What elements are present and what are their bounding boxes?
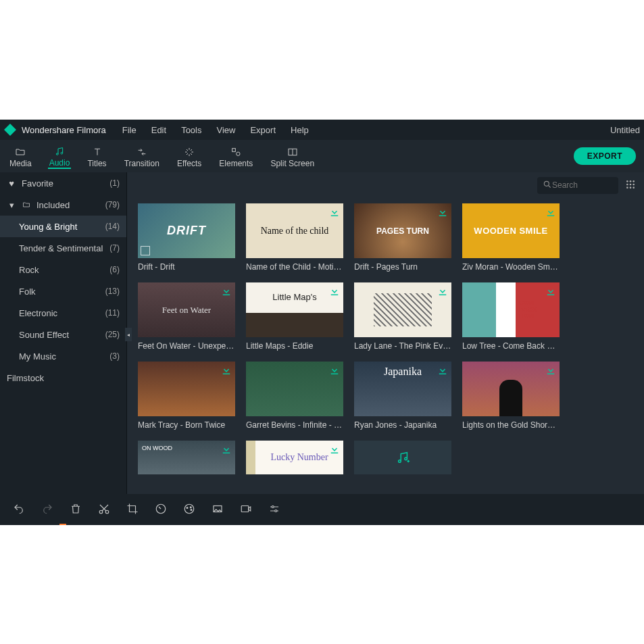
sidebar-cat-electronic[interactable]: Electronic (11) xyxy=(0,302,126,324)
track-card[interactable] xyxy=(138,441,235,474)
tab-split-screen[interactable]: Split Screen xyxy=(269,144,316,168)
add-music-icon xyxy=(354,441,451,474)
download-icon[interactable] xyxy=(545,206,557,218)
sidebar-filmstock[interactable]: Filmstock xyxy=(0,367,126,389)
sidebar-collapse-handle[interactable]: ◂ xyxy=(125,328,132,341)
crop-button[interactable] xyxy=(126,502,139,516)
track-thumbnail[interactable] xyxy=(246,203,343,258)
track-thumbnail[interactable] xyxy=(462,282,560,337)
track-card[interactable]: Little Maps - Eddie xyxy=(246,282,343,351)
download-icon[interactable] xyxy=(545,285,557,297)
tab-titles[interactable]: Titles xyxy=(86,144,107,168)
tab-transition[interactable]: Transition xyxy=(123,144,161,168)
green-screen-button[interactable] xyxy=(211,502,224,516)
menu-bar: File Edit Tools View Export Help xyxy=(122,125,309,135)
search-box[interactable] xyxy=(537,177,618,194)
track-title: Low Tree - Come Back H… xyxy=(462,341,560,351)
export-button[interactable]: EXPORT xyxy=(574,147,636,165)
track-thumbnail[interactable] xyxy=(138,441,235,474)
download-icon[interactable] xyxy=(328,443,341,455)
grid-view-icon[interactable] xyxy=(625,179,636,192)
heart-icon: ♥ xyxy=(7,178,16,188)
download-icon[interactable] xyxy=(437,364,449,376)
track-card[interactable]: Ryan Jones - Japanika xyxy=(354,362,451,430)
tab-label: Transition xyxy=(124,159,159,168)
asset-tab-bar: Media Audio Titles Transition Effects El… xyxy=(0,140,644,172)
content-panel: Drift - DriftName of the Child - Moti…Dr… xyxy=(127,172,644,494)
download-icon[interactable] xyxy=(220,364,232,376)
included-label: Included xyxy=(36,200,105,210)
svg-point-12 xyxy=(626,187,628,189)
add-music-tile[interactable] xyxy=(354,441,451,474)
sidebar-included[interactable]: ▾ Included (79) xyxy=(0,194,126,216)
track-card[interactable]: Drift - Drift xyxy=(138,203,235,272)
track-card[interactable]: Lights on the Gold Shore … xyxy=(462,362,560,430)
track-thumbnail[interactable] xyxy=(354,203,451,258)
folder-icon xyxy=(14,147,27,157)
svg-point-15 xyxy=(399,460,401,463)
adjust-button[interactable] xyxy=(268,502,281,516)
track-thumbnail[interactable] xyxy=(138,362,235,416)
download-icon[interactable] xyxy=(328,285,341,297)
split-screen-icon xyxy=(286,147,299,157)
sidebar-cat-my-music[interactable]: My Music (3) xyxy=(0,345,126,367)
redo-button[interactable] xyxy=(41,502,54,516)
tab-audio[interactable]: Audio xyxy=(48,143,72,169)
download-icon[interactable] xyxy=(545,364,557,376)
svg-point-3 xyxy=(237,152,240,155)
track-thumbnail[interactable] xyxy=(138,203,235,258)
menu-file[interactable]: File xyxy=(122,125,137,135)
track-card[interactable]: Low Tree - Come Back H… xyxy=(462,282,560,351)
track-card[interactable]: Feet On Water - Unexpec… xyxy=(138,282,235,351)
menu-edit[interactable]: Edit xyxy=(151,125,166,135)
cut-button[interactable] xyxy=(97,502,111,516)
svg-point-26 xyxy=(272,506,274,508)
download-icon[interactable] xyxy=(220,285,232,297)
download-icon[interactable] xyxy=(328,206,341,218)
chevron-down-icon: ▾ xyxy=(7,200,16,209)
menu-view[interactable]: View xyxy=(216,125,235,135)
sidebar-cat-young-bright[interactable]: Young & Bright (14) xyxy=(0,216,126,237)
tab-media[interactable]: Media xyxy=(8,144,33,168)
track-thumbnail[interactable] xyxy=(246,362,343,416)
sidebar-cat-tender[interactable]: Tender & Sentimental (7) xyxy=(0,237,126,259)
tab-label: Split Screen xyxy=(270,159,314,168)
track-thumbnail[interactable] xyxy=(246,441,343,474)
color-button[interactable] xyxy=(182,502,196,516)
sidebar-cat-folk[interactable]: Folk (13) xyxy=(0,280,126,302)
track-card[interactable]: Name of the Child - Moti… xyxy=(246,203,343,272)
record-button[interactable] xyxy=(239,502,253,516)
track-thumbnail[interactable] xyxy=(354,282,451,337)
track-thumbnail[interactable] xyxy=(246,282,343,337)
download-icon[interactable] xyxy=(437,285,449,297)
sidebar-favorite[interactable]: ♥ Favorite (1) xyxy=(0,172,126,194)
search-input[interactable] xyxy=(552,180,606,190)
sidebar-cat-sound-effect[interactable]: Sound Effect (25) xyxy=(0,324,126,345)
track-thumbnail[interactable] xyxy=(354,362,451,416)
track-title: Feet On Water - Unexpec… xyxy=(138,341,235,351)
track-card[interactable]: Mark Tracy - Born Twice xyxy=(138,362,235,430)
download-icon[interactable] xyxy=(328,364,341,376)
tab-elements[interactable]: Elements xyxy=(218,144,254,168)
track-card[interactable]: Garret Bevins - Infinite - S… xyxy=(246,362,343,430)
favorite-count: (1) xyxy=(109,178,120,188)
tab-effects[interactable]: Effects xyxy=(176,144,203,168)
menu-export[interactable]: Export xyxy=(250,125,276,135)
track-card[interactable]: Drift - Pages Turn xyxy=(354,203,451,272)
download-icon[interactable] xyxy=(437,206,449,218)
menu-tools[interactable]: Tools xyxy=(181,125,201,135)
undo-button[interactable] xyxy=(12,502,26,516)
track-thumbnail[interactable] xyxy=(138,282,235,337)
svg-point-9 xyxy=(626,183,628,185)
download-icon[interactable] xyxy=(220,443,232,455)
track-card[interactable] xyxy=(246,441,343,474)
track-thumbnail[interactable] xyxy=(462,362,560,416)
menu-help[interactable]: Help xyxy=(291,125,309,135)
delete-button[interactable] xyxy=(69,502,82,516)
timeline-ruler[interactable] xyxy=(0,524,644,525)
track-thumbnail[interactable] xyxy=(462,203,560,258)
track-card[interactable]: Lady Lane - The Pink Eve… xyxy=(354,282,451,351)
speed-button[interactable] xyxy=(154,502,168,516)
track-card[interactable]: Ziv Moran - Wooden Smi… xyxy=(462,203,560,272)
sidebar-cat-rock[interactable]: Rock (6) xyxy=(0,259,126,280)
